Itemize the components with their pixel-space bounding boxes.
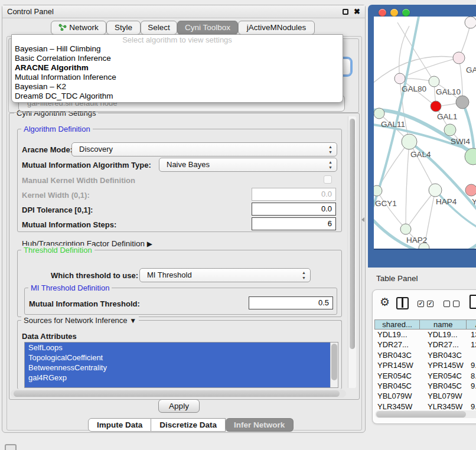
table-row[interactable]: YDR27...YDR27...12 — [374, 340, 476, 350]
mac-zoom-icon[interactable] — [402, 9, 410, 17]
mi-type-value: Naive Bayes — [167, 160, 210, 169]
column-header-name[interactable]: name — [420, 319, 467, 330]
node-hap4[interactable] — [429, 184, 442, 197]
unchecked-checkbox-icon[interactable] — [453, 301, 459, 307]
table-horizontal-scrollbar[interactable] — [375, 410, 476, 418]
cell: YPR145W — [428, 361, 464, 370]
kernel-width-field: 0.0 — [252, 188, 336, 201]
settings-vertical-scrollbar[interactable] — [348, 116, 356, 388]
mi-threshold-field[interactable]: 0.5 — [249, 296, 333, 309]
node-salmon[interactable] — [465, 184, 476, 196]
node-gray[interactable] — [456, 96, 469, 109]
mac-close-icon[interactable] — [379, 9, 386, 17]
table-row[interactable]: YBR045CYBR045C9. — [374, 381, 476, 391]
float-window-icon[interactable] — [343, 9, 348, 15]
cell: YDL19... — [377, 330, 407, 339]
dropdown-option[interactable]: Mutual Information Inference — [12, 73, 343, 82]
dropdown-option-selected[interactable]: ARACNE Algorithm — [12, 63, 343, 73]
network-canvas[interactable]: GAL GAL80 GAL10 GAL1 GAL11 SWI4 GAL4 GCY… — [374, 17, 476, 250]
cell: 9. — [471, 381, 476, 390]
list-item[interactable]: gal4RGexp — [25, 373, 338, 383]
mi-steps-label: Mutual Information Steps: — [22, 220, 116, 229]
settings-horizontal-scrollbar[interactable] — [11, 390, 346, 397]
node-label: HAP2 — [406, 236, 427, 244]
network-graph: GAL GAL80 GAL10 GAL1 GAL11 SWI4 GAL4 GCY… — [374, 17, 476, 250]
tab-select[interactable]: Select — [141, 21, 177, 35]
table-row[interactable]: YER054CYER054C8. — [374, 371, 476, 381]
tab-cyni-toolbox[interactable]: Cyni Toolbox — [177, 21, 238, 35]
mi-type-combo[interactable]: Naive Bayes ▲▼ — [159, 158, 337, 172]
tab-discretize-data-label: Discretize Data — [159, 420, 217, 429]
cell: YBL079W — [377, 392, 412, 400]
column-header-shared[interactable]: shared... — [374, 319, 420, 330]
chevron-updown-icon: ▲▼ — [328, 159, 332, 170]
node-gal4[interactable] — [402, 134, 417, 149]
data-attributes-list[interactable]: SelfLoops TopologicalCoefficient Between… — [24, 342, 338, 388]
table-row[interactable]: YBR043CYBR043C — [374, 350, 476, 360]
algorithm-dropdown-popup: Select algorithm to view settings Bayesi… — [11, 34, 343, 103]
node-gal1[interactable] — [444, 124, 456, 136]
node-label: GAL — [466, 66, 476, 74]
algorithm-definition-title: Algorithm Definition — [21, 125, 93, 133]
columns-icon[interactable] — [396, 297, 409, 309]
dock-corner-icon[interactable] — [5, 444, 17, 450]
dpi-tolerance-field[interactable]: 0.0 — [252, 203, 336, 216]
tab-discretize-data[interactable]: Discretize Data — [151, 418, 226, 432]
node-gal11[interactable] — [374, 108, 384, 119]
table-panel-card: ⚙ ✓ ✓ shared... name A YDL19...YDL19...1… — [372, 289, 476, 424]
cell: 8. — [471, 371, 476, 380]
sources-group-title[interactable]: Sources for Network Inference ▼ — [21, 316, 139, 325]
table-row[interactable]: YDL19...YDL19...13 — [374, 330, 476, 340]
scrollbar-thumb[interactable] — [331, 344, 337, 380]
mi-threshold-label: Mutual Information Threshold: — [29, 299, 140, 308]
node-label: GCY1 — [375, 199, 397, 208]
file-icon[interactable] — [470, 295, 476, 309]
node-gcy1[interactable] — [374, 185, 382, 196]
close-icon[interactable]: ✖ — [354, 7, 360, 16]
tab-impute-data[interactable]: Impute Data — [88, 418, 151, 432]
apply-button[interactable]: Apply — [158, 399, 200, 413]
which-threshold-combo[interactable]: MI Threshold ▲▼ — [139, 268, 311, 282]
node-gal10[interactable] — [429, 76, 439, 87]
scrollbar-thumb[interactable] — [376, 411, 466, 418]
dropdown-option[interactable]: Dream8 DC_TDC Algorithm — [12, 92, 343, 101]
mac-minimize-icon[interactable] — [390, 9, 398, 17]
node-gal80[interactable] — [395, 73, 405, 84]
checked-checkbox-icon[interactable]: ✓ — [427, 301, 433, 307]
tab-jactivemnodules[interactable]: jActiveMNodules — [238, 21, 315, 35]
dropdown-option[interactable]: Bayesian – K2 — [12, 82, 343, 92]
table-row[interactable]: YBL079WYBL079W — [374, 391, 476, 401]
aracne-mode-combo[interactable]: Discovery ▲▼ — [71, 142, 337, 156]
checked-checkbox-icon[interactable]: ✓ — [418, 301, 424, 307]
cell: YER054C — [377, 371, 412, 380]
node[interactable] — [453, 52, 465, 64]
chevron-updown-icon: ▲▼ — [328, 144, 332, 155]
column-header-partial[interactable]: A — [467, 319, 476, 330]
node-label: GAL11 — [381, 120, 405, 129]
scrollbar-thumb[interactable] — [350, 119, 355, 349]
control-panel-titlebar[interactable]: Control Panel ✖ — [2, 5, 365, 18]
mi-steps-field[interactable]: 6 — [252, 217, 336, 230]
node-label: GAL4 — [410, 150, 431, 159]
node-label: Y — [472, 197, 476, 206]
panel-splitter-arrow-icon[interactable] — [361, 217, 364, 222]
list-item[interactable]: BetweennessCentrality — [25, 363, 338, 373]
cell: YPR145W — [377, 361, 413, 370]
tab-infer-network[interactable]: Infer Network — [226, 418, 294, 432]
unchecked-checkbox-icon[interactable] — [444, 301, 450, 307]
node-hap2[interactable] — [400, 224, 411, 234]
list-item[interactable]: SelfLoops — [25, 343, 338, 353]
dropdown-option[interactable]: Basic Correlation Inference — [12, 54, 343, 63]
scrollbar-thumb[interactable] — [14, 390, 340, 397]
list-item[interactable]: TopologicalCoefficient — [25, 353, 338, 363]
dropdown-option[interactable]: Bayesian – Hill Climbing — [12, 44, 343, 54]
tab-style[interactable]: Style — [106, 21, 141, 35]
gear-icon[interactable]: ⚙ — [380, 295, 390, 309]
table-body: YDL19...YDL19...13 YDR27...YDR27...12 YB… — [374, 330, 476, 412]
table-row[interactable]: YPR145WYPR145W9. — [374, 360, 476, 370]
apply-button-label: Apply — [169, 402, 189, 410]
node[interactable] — [465, 17, 476, 28]
list-vertical-scrollbar[interactable] — [330, 343, 338, 387]
tab-network[interactable]: Network — [51, 21, 106, 35]
node-red-selected[interactable] — [431, 101, 441, 112]
